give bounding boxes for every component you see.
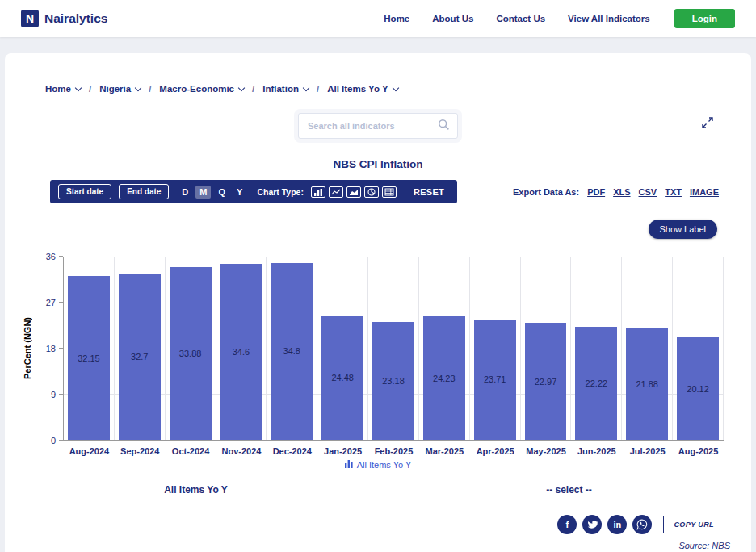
chart-type-bar-icon[interactable]: [311, 186, 326, 198]
chart-column: 32.7: [115, 257, 166, 440]
breadcrumb: Home/Nigeria/Macro-Economic/Inflation/Al…: [5, 53, 751, 94]
chart-type-area-icon[interactable]: [346, 186, 361, 198]
bar-value-label: 21.88: [636, 379, 658, 389]
chart-main: 09182736 32.1532.733.8834.634.824.4823.1…: [37, 257, 724, 456]
chart-type-line-icon[interactable]: [329, 186, 343, 198]
chart-bar[interactable]: 24.48: [321, 316, 363, 440]
facebook-icon[interactable]: f: [557, 515, 577, 534]
y-tick-label: 9: [51, 390, 56, 399]
export-bar: Export Data As: PDFXLSCSVTXTIMAGE: [513, 187, 719, 197]
end-date-button[interactable]: End date: [119, 184, 169, 199]
bottom-row: All Items Yo Y -- select --: [5, 484, 751, 496]
legend-bar-icon: [345, 459, 353, 470]
x-axis-label: Feb-2025: [368, 446, 419, 456]
breadcrumb-item-inflation[interactable]: Inflation: [262, 84, 309, 94]
y-axis-label: PerCent (NGN): [23, 317, 32, 379]
start-date-button[interactable]: Start date: [58, 184, 111, 199]
social-icons: fin: [552, 515, 652, 534]
chevron-down-icon: [392, 84, 398, 90]
search-row: [5, 113, 751, 142]
search-input[interactable]: [306, 120, 438, 132]
period-q-button[interactable]: Q: [214, 186, 229, 199]
nav-item-view-all-indicators[interactable]: View All Indicators: [568, 14, 650, 23]
breadcrumb-item-macro-economic[interactable]: Macro-Economic: [159, 84, 244, 94]
breadcrumb-separator: /: [149, 84, 151, 94]
chart-bar[interactable]: 22.22: [575, 327, 617, 440]
chart-bar[interactable]: 32.15: [68, 276, 110, 440]
period-y-button[interactable]: Y: [233, 186, 246, 199]
export-csv-link[interactable]: CSV: [639, 187, 657, 197]
nav-item-home[interactable]: Home: [384, 14, 410, 23]
source-label: Source: NBS: [5, 541, 751, 550]
x-axis-label: Apr-2025: [470, 446, 521, 456]
chart-column: 34.6: [216, 257, 267, 440]
export-image-link[interactable]: IMAGE: [690, 187, 719, 197]
nav-item-about-us[interactable]: About Us: [432, 14, 473, 23]
nav-item-contact-us[interactable]: Contact Us: [496, 14, 545, 23]
bar-value-label: 23.18: [382, 376, 405, 386]
chart-bar[interactable]: 22.97: [525, 323, 567, 440]
breadcrumb-separator: /: [317, 84, 319, 94]
breadcrumb-separator: /: [252, 84, 254, 94]
show-label-button[interactable]: Show Label: [649, 220, 718, 239]
y-tick-label: 18: [46, 344, 56, 353]
chart-column: 22.97: [521, 257, 572, 440]
x-axis-label: Aug-2024: [64, 446, 115, 456]
compare-select-dropdown[interactable]: -- select --: [546, 484, 592, 496]
login-button[interactable]: Login: [674, 9, 735, 28]
brand[interactable]: N Nairalytics: [21, 10, 107, 27]
bar-value-label: 34.8: [284, 346, 300, 356]
export-formats: PDFXLSCSVTXTIMAGE: [587, 187, 719, 197]
x-axis-label: Jul-2025: [622, 446, 673, 456]
export-txt-link[interactable]: TXT: [665, 187, 682, 197]
chart-bar[interactable]: 20.12: [677, 337, 719, 440]
chart-type-table-icon[interactable]: [382, 186, 397, 198]
show-label-row: Show Label: [5, 220, 751, 239]
breadcrumb-item-all-items-yo-y[interactable]: All Items Yo Y: [327, 84, 397, 94]
bar-value-label: 22.22: [586, 378, 608, 388]
chart-column: 24.48: [317, 257, 368, 440]
bar-value-label: 20.12: [687, 384, 709, 394]
x-axis-label: May-2025: [521, 446, 572, 456]
y-tick-label: 36: [46, 252, 56, 261]
page-title: NBS CPI Inflation: [5, 158, 751, 170]
x-axis-label: Nov-2024: [216, 446, 267, 456]
linkedin-icon[interactable]: in: [607, 515, 627, 534]
export-pdf-link[interactable]: PDF: [587, 187, 605, 197]
period-d-button[interactable]: D: [178, 186, 192, 199]
chart-column: 21.88: [622, 257, 673, 440]
copy-url-button[interactable]: COPY URL: [674, 521, 714, 529]
bar-value-label: 32.7: [131, 352, 148, 362]
x-axis-label: Jan-2025: [317, 446, 368, 456]
chart-bar[interactable]: 34.6: [220, 264, 262, 440]
bar-value-label: 23.71: [484, 374, 506, 384]
brand-logo-icon: N: [21, 10, 39, 27]
period-m-button[interactable]: M: [195, 186, 211, 199]
chart-bar[interactable]: 33.88: [170, 267, 212, 440]
chart-bar[interactable]: 34.8: [271, 263, 313, 440]
x-axis-label: Jun-2025: [571, 446, 622, 456]
bar-value-label: 24.48: [331, 373, 354, 383]
fullscreen-expand-icon[interactable]: [701, 116, 714, 132]
reset-button[interactable]: RESET: [409, 186, 449, 198]
twitter-icon[interactable]: [582, 515, 602, 534]
chart-column: 20.12: [673, 257, 724, 440]
export-xls-link[interactable]: XLS: [613, 187, 630, 197]
divider: [663, 516, 664, 533]
chart-bar[interactable]: 24.23: [423, 316, 465, 440]
x-axis-label: Oct-2024: [166, 446, 216, 456]
chart-bar[interactable]: 21.88: [626, 328, 668, 440]
export-label: Export Data As:: [513, 187, 579, 197]
chart-bar[interactable]: 23.18: [372, 322, 414, 440]
breadcrumb-item-home[interactable]: Home: [45, 84, 81, 94]
main-nav: HomeAbout UsContact UsView All Indicator…: [384, 14, 649, 23]
breadcrumb-item-nigeria[interactable]: Nigeria: [99, 84, 141, 94]
chart-type-pie-icon[interactable]: [364, 186, 379, 198]
y-axis-ticks: 09182736: [37, 257, 63, 441]
whatsapp-icon[interactable]: [632, 515, 652, 534]
x-axis-labels: Aug-2024Sep-2024Oct-2024Nov-2024Dec-2024…: [64, 441, 724, 456]
chart-bar[interactable]: 23.71: [474, 320, 516, 441]
chart-legend[interactable]: All Items Yo Y: [5, 459, 751, 470]
chart-bar[interactable]: 32.7: [119, 274, 161, 440]
chart-column: 24.23: [419, 257, 470, 440]
